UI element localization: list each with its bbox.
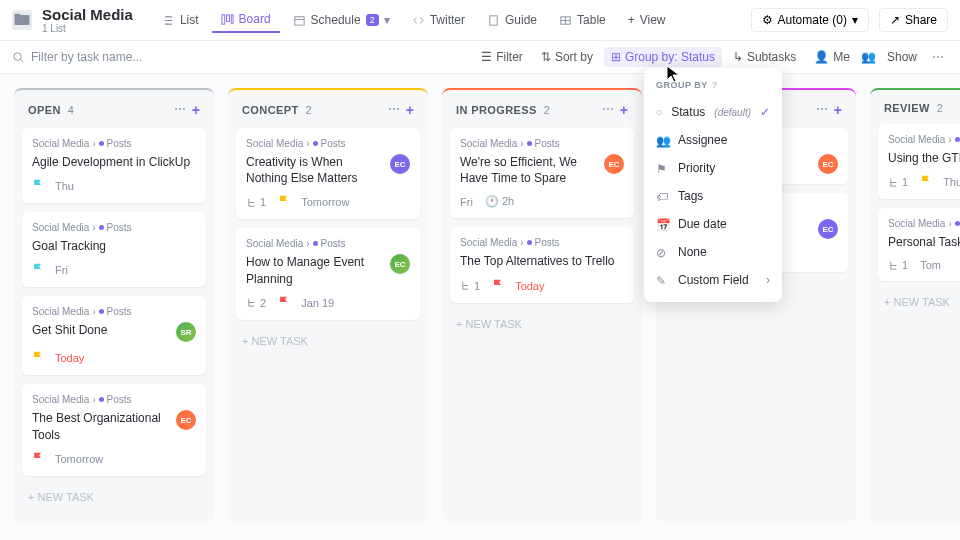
- breadcrumb: Social Media›Posts: [246, 238, 410, 249]
- group-icon: ⊞: [611, 50, 621, 64]
- dropdown-item-tags[interactable]: 🏷Tags: [644, 182, 782, 210]
- none-icon: ⊘: [656, 246, 669, 259]
- priority-flag-icon: [278, 296, 289, 310]
- show-button[interactable]: Show: [880, 47, 924, 67]
- tab-list[interactable]: List: [153, 8, 208, 32]
- task-card[interactable]: Social Media›Posts The Best Organization…: [22, 384, 206, 475]
- cursor-icon: [666, 65, 680, 86]
- task-card[interactable]: Social Media›Posts Agile Development in …: [22, 128, 206, 203]
- more-icon[interactable]: ⋯: [388, 102, 400, 118]
- dropdown-item-custom[interactable]: ✎Custom Field›: [644, 266, 782, 294]
- svg-rect-2: [231, 14, 233, 22]
- avatar[interactable]: EC: [818, 154, 838, 174]
- more-icon[interactable]: ⋯: [174, 102, 186, 118]
- chevron-right-icon: ›: [766, 273, 770, 287]
- check-icon: ✓: [760, 105, 770, 119]
- due-date: Fri: [55, 264, 68, 276]
- dropdown-item-assignee[interactable]: 👥Assignee: [644, 126, 782, 154]
- more-icon[interactable]: ⋯: [602, 102, 614, 118]
- task-card[interactable]: Social Media›Posts Creativity is When No…: [236, 128, 420, 219]
- subtasks-button[interactable]: ↳Subtasks: [726, 47, 803, 67]
- card-title: The Best Organizational Tools: [32, 410, 168, 442]
- avatar[interactable]: EC: [604, 154, 624, 174]
- new-task-button[interactable]: + NEW TASK: [22, 485, 206, 509]
- add-view-button[interactable]: +View: [619, 8, 675, 32]
- task-card[interactable]: Social Media›Posts The Top Alternatives …: [450, 227, 634, 302]
- column-progress: IN PROGRESS2⋯+ Social Media›Posts We're …: [442, 88, 642, 522]
- view-tabs: List Board Schedule2▾ Twitter Guide Tabl…: [153, 7, 675, 33]
- dropdown-item-none[interactable]: ⊘None: [644, 238, 782, 266]
- table-icon: [559, 14, 572, 27]
- plus-icon: +: [628, 13, 635, 27]
- column-review: REVIEW2 Social Media›Posts Using the GTD…: [870, 88, 960, 522]
- dropdown-item-priority[interactable]: ⚑Priority: [644, 154, 782, 182]
- schedule-count: 2: [366, 14, 379, 26]
- avatar[interactable]: EC: [390, 254, 410, 274]
- dropdown-item-status[interactable]: Status(default)✓: [644, 98, 782, 126]
- add-card-button[interactable]: +: [834, 102, 842, 118]
- new-task-button[interactable]: + NEW TASK: [450, 312, 634, 336]
- tab-twitter[interactable]: Twitter: [403, 8, 474, 32]
- add-card-button[interactable]: +: [406, 102, 414, 118]
- doc-icon: [487, 14, 500, 27]
- avatar[interactable]: EC: [818, 219, 838, 239]
- breadcrumb: Social Media›Posts: [32, 394, 196, 405]
- dropdown-item-duedate[interactable]: 📅Due date: [644, 210, 782, 238]
- share-button[interactable]: ↗Share: [879, 8, 948, 32]
- svg-point-6: [14, 52, 21, 59]
- toolbar: Filter by task name... ☰Filter ⇅Sort by …: [0, 41, 960, 74]
- card-title: We're so Efficient, We Have Time to Spar…: [460, 154, 596, 186]
- folder-icon: [12, 10, 32, 30]
- card-title: Agile Development in ClickUp: [32, 154, 196, 170]
- new-task-button[interactable]: + NEW TASK: [878, 290, 960, 314]
- board-icon: [221, 13, 234, 26]
- due-date: Tomorrow: [55, 453, 103, 465]
- more-icon[interactable]: ⋯: [928, 50, 948, 64]
- avatar[interactable]: SR: [176, 322, 196, 342]
- groupby-button[interactable]: ⊞Group by: Status: [604, 47, 722, 67]
- me-button[interactable]: 👤Me: [807, 47, 857, 67]
- svg-rect-0: [221, 14, 224, 23]
- calendar-icon: 📅: [656, 218, 669, 231]
- people-icon[interactable]: 👥: [861, 50, 876, 64]
- sortby-button[interactable]: ⇅Sort by: [534, 47, 600, 67]
- workspace-info: Social Media 1 List: [42, 6, 133, 34]
- automate-button[interactable]: ⚙Automate (0)▾: [751, 8, 869, 32]
- due-date: Today: [55, 352, 84, 364]
- avatar[interactable]: EC: [176, 410, 196, 430]
- task-card[interactable]: Social Media›Posts Get Shit DoneSR Today: [22, 296, 206, 375]
- breadcrumb: Social Media›Posts: [32, 222, 196, 233]
- task-card[interactable]: Social Media›Posts We're so Efficient, W…: [450, 128, 634, 218]
- task-card[interactable]: Social Media›Posts Goal Tracking Fri: [22, 212, 206, 287]
- task-card[interactable]: Social Media›Posts Using the GTD M 1Thu: [878, 124, 960, 199]
- card-title: Using the GTD M: [888, 150, 960, 166]
- due-date: Today: [515, 280, 544, 292]
- priority-flag-icon: [278, 195, 289, 209]
- avatar[interactable]: EC: [390, 154, 410, 174]
- tab-guide[interactable]: Guide: [478, 8, 546, 32]
- subtasks-icon: ↳: [733, 50, 743, 64]
- add-card-button[interactable]: +: [620, 102, 628, 118]
- search-input[interactable]: Filter by task name...: [12, 50, 142, 64]
- priority-flag-icon: [920, 175, 931, 189]
- breadcrumb: Social Media›Posts: [460, 237, 624, 248]
- priority-flag-icon: [492, 279, 503, 293]
- filter-button[interactable]: ☰Filter: [474, 47, 530, 67]
- help-icon[interactable]: ?: [712, 80, 718, 90]
- task-card[interactable]: Social Media›Posts Personal Task M 1Tom: [878, 208, 960, 281]
- more-icon[interactable]: ⋯: [816, 102, 828, 118]
- tab-table[interactable]: Table: [550, 8, 615, 32]
- tab-board[interactable]: Board: [212, 7, 280, 33]
- task-card[interactable]: Social Media›Posts How to Manage Event P…: [236, 228, 420, 319]
- subtask-count: 1: [246, 196, 266, 208]
- card-title: Personal Task M: [888, 234, 960, 250]
- column-concept: CONCEPT2⋯+ Social Media›Posts Creativity…: [228, 88, 428, 522]
- new-task-button[interactable]: + NEW TASK: [236, 329, 420, 353]
- card-title: Creativity is When Nothing Else Matters: [246, 154, 382, 186]
- due-date: Tomorrow: [301, 196, 349, 208]
- people-icon: 👥: [656, 134, 669, 147]
- add-card-button[interactable]: +: [192, 102, 200, 118]
- subtask-count: 1: [888, 259, 908, 271]
- tab-schedule[interactable]: Schedule2▾: [284, 8, 399, 32]
- breadcrumb: Social Media›Posts: [32, 138, 196, 149]
